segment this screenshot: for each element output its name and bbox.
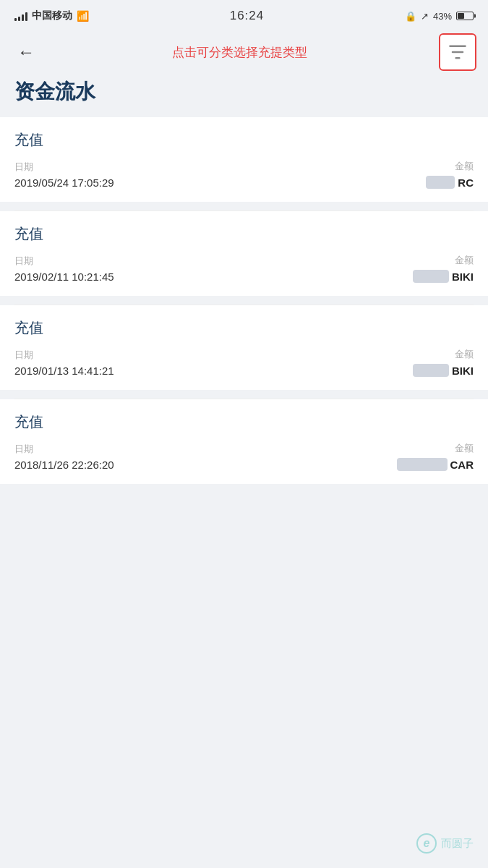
coin-name: RC — [458, 176, 474, 189]
blurred-amount — [413, 364, 449, 377]
amount-label: 金额 — [426, 160, 474, 173]
page-title-section: 资金流水 — [0, 72, 488, 117]
battery-percent: 43% — [433, 11, 452, 22]
blurred-amount — [426, 176, 455, 189]
status-bar-right: 🔒 ↗ 43% — [405, 11, 474, 22]
status-bar-left: 中国移动 📶 — [14, 9, 89, 22]
transaction-type: 充值 — [14, 412, 474, 432]
transaction-date: 2018/11/26 22:26:20 — [14, 459, 114, 471]
coin-name: BIKI — [452, 365, 474, 377]
transaction-group: 充值 日期 2019/01/13 14:41:21 金额 BIKI — [0, 305, 488, 390]
date-label: 日期 — [14, 443, 114, 456]
status-bar: 中国移动 📶 16:24 🔒 ↗ 43% — [0, 0, 488, 32]
watermark-logo: e — [416, 833, 437, 854]
transaction-left: 日期 2019/05/24 17:05:29 — [14, 161, 114, 189]
transaction-date: 2019/05/24 17:05:29 — [14, 176, 114, 189]
transaction-date: 2019/01/13 14:41:21 — [14, 365, 114, 377]
transaction-type: 充值 — [14, 130, 474, 150]
amount-value: RC — [426, 176, 474, 189]
carrier-name: 中国移动 — [32, 9, 72, 22]
nav-title-hint: 点击可分类选择充提类型 — [48, 44, 432, 61]
transaction-group: 充值 日期 2019/05/24 17:05:29 金额 RC — [0, 117, 488, 202]
nav-bar: ← 点击可分类选择充提类型 — [0, 32, 488, 72]
transaction-left: 日期 2019/01/13 14:41:21 — [14, 349, 114, 377]
transaction-row: 日期 2019/05/24 17:05:29 金额 RC — [14, 160, 474, 189]
page-title: 资金流水 — [14, 78, 474, 106]
transaction-left: 日期 2019/02/11 10:21:45 — [14, 255, 114, 283]
transaction-right: 金额 CAR — [397, 442, 474, 471]
filter-button[interactable] — [439, 33, 476, 71]
amount-value: BIKI — [413, 270, 474, 283]
transaction-right: 金额 BIKI — [413, 254, 474, 283]
transaction-row: 日期 2018/11/26 22:26:20 金额 CAR — [14, 442, 474, 471]
blurred-amount — [397, 458, 448, 471]
blurred-amount — [413, 270, 449, 283]
wifi-icon: 📶 — [77, 10, 89, 22]
transaction-row: 日期 2019/01/13 14:41:21 金额 BIKI — [14, 348, 474, 377]
coin-name: CAR — [450, 459, 474, 471]
amount-label: 金额 — [413, 254, 474, 267]
filter-icon — [448, 42, 468, 62]
amount-value: CAR — [397, 458, 474, 471]
location-icon: ↗ — [421, 11, 429, 22]
signal-icon — [14, 11, 27, 21]
lock-icon: 🔒 — [405, 11, 416, 22]
transaction-right: 金额 RC — [426, 160, 474, 189]
transaction-date: 2019/02/11 10:21:45 — [14, 271, 114, 283]
date-label: 日期 — [14, 349, 114, 362]
amount-label: 金额 — [397, 442, 474, 455]
transaction-left: 日期 2018/11/26 22:26:20 — [14, 443, 114, 471]
transaction-group: 充值 日期 2019/02/11 10:21:45 金额 BIKI — [0, 211, 488, 296]
transaction-type: 充值 — [14, 224, 474, 244]
coin-name: BIKI — [452, 271, 474, 283]
transaction-right: 金额 BIKI — [413, 348, 474, 377]
transaction-row: 日期 2019/02/11 10:21:45 金额 BIKI — [14, 254, 474, 283]
back-button[interactable]: ← — [12, 38, 40, 67]
status-time: 16:24 — [230, 9, 265, 23]
transaction-group: 充值 日期 2018/11/26 22:26:20 金额 CAR — [0, 399, 488, 484]
date-label: 日期 — [14, 255, 114, 268]
amount-value: BIKI — [413, 364, 474, 377]
watermark-text: 而圆子 — [441, 837, 474, 851]
battery-icon — [456, 12, 474, 20]
transaction-type: 充值 — [14, 318, 474, 338]
date-label: 日期 — [14, 161, 114, 174]
transaction-list: 充值 日期 2019/05/24 17:05:29 金额 RC 充值 日 — [0, 117, 488, 484]
amount-label: 金额 — [413, 348, 474, 361]
watermark: e 而圆子 — [416, 833, 474, 854]
